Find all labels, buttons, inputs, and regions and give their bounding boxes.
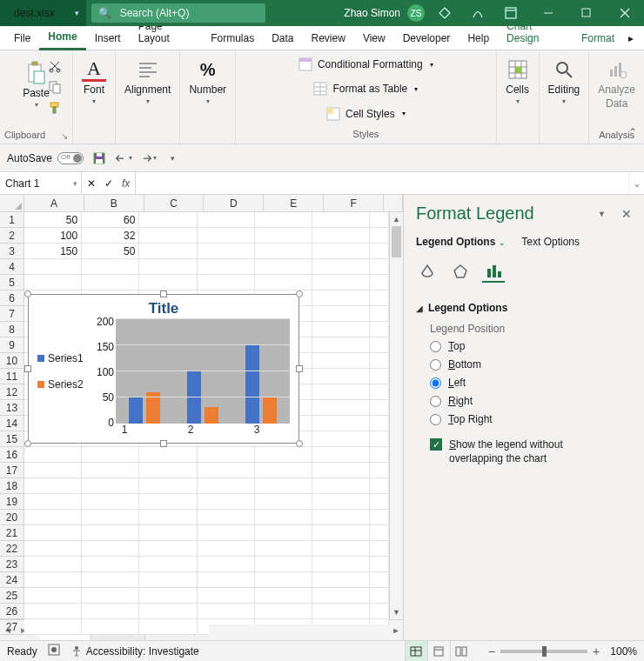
row-header[interactable]: 4	[0, 259, 23, 275]
chart-legend[interactable]: Series1Series2	[37, 319, 91, 424]
cell[interactable]	[370, 259, 389, 275]
cells-dropdown-icon[interactable]: ▾	[516, 97, 520, 105]
redo-button[interactable]: ▾	[139, 150, 157, 167]
cell[interactable]	[370, 416, 389, 431]
chart-handle-sw[interactable]	[24, 440, 31, 447]
cell[interactable]	[255, 541, 312, 557]
cell[interactable]	[312, 306, 370, 322]
autosave-control[interactable]: AutoSave Off	[7, 152, 84, 164]
cell[interactable]	[24, 463, 82, 478]
position-radio[interactable]: Bottom	[430, 358, 632, 371]
cell[interactable]	[139, 228, 197, 244]
chart-title[interactable]: Title	[29, 295, 299, 319]
bar[interactable]	[263, 397, 277, 424]
cell[interactable]	[82, 463, 139, 478]
page-layout-view-button[interactable]	[427, 641, 450, 662]
cell[interactable]	[139, 244, 197, 259]
row-header[interactable]: 21	[0, 525, 23, 541]
cell[interactable]	[139, 619, 197, 635]
cell[interactable]	[255, 494, 312, 510]
minimize-button[interactable]	[529, 0, 567, 26]
cell[interactable]	[139, 541, 197, 557]
cell[interactable]	[198, 244, 255, 259]
chart-handle-e[interactable]	[296, 365, 303, 372]
cell[interactable]	[255, 604, 312, 619]
cell[interactable]	[24, 604, 82, 619]
cell[interactable]	[82, 275, 139, 290]
cell[interactable]	[370, 525, 389, 541]
legend-options-icon[interactable]	[482, 260, 505, 283]
row-header[interactable]: 1	[0, 212, 23, 228]
name-box[interactable]: Chart 1 ▾	[0, 172, 82, 194]
bar-group[interactable]	[174, 319, 232, 424]
macro-record-icon[interactable]	[48, 644, 60, 658]
cell[interactable]	[312, 275, 370, 290]
section-collapse-icon[interactable]: ◢	[416, 304, 423, 313]
subtab-legend-options[interactable]: Legend Options⌄	[416, 236, 506, 248]
cell[interactable]	[312, 322, 370, 337]
cell[interactable]: 50	[24, 212, 82, 228]
cell[interactable]	[255, 275, 312, 290]
cell[interactable]	[139, 212, 197, 228]
tab-insert[interactable]: Insert	[86, 27, 130, 50]
cell[interactable]	[312, 478, 370, 494]
formula-input[interactable]	[136, 172, 628, 194]
cell[interactable]	[82, 478, 139, 494]
cell[interactable]	[370, 431, 389, 447]
cell[interactable]	[24, 588, 82, 604]
zoom-percent[interactable]: 100%	[610, 645, 637, 658]
cell[interactable]	[370, 478, 389, 494]
row-header[interactable]: 10	[0, 353, 23, 369]
cell[interactable]	[198, 212, 255, 228]
cell[interactable]	[198, 447, 255, 463]
cell[interactable]	[82, 541, 139, 557]
number-button[interactable]: % Number ▾	[187, 54, 228, 109]
cell[interactable]	[24, 447, 82, 463]
row-header[interactable]: 3	[0, 244, 23, 259]
bar[interactable]	[187, 371, 201, 424]
cell[interactable]	[312, 431, 370, 447]
row-header[interactable]: 27	[0, 619, 23, 635]
filename-box[interactable]: dest.xlsx ▾	[0, 0, 86, 26]
cell[interactable]	[24, 275, 82, 290]
cell[interactable]	[312, 510, 370, 525]
cell[interactable]	[255, 259, 312, 275]
cell[interactable]	[255, 510, 312, 525]
cell[interactable]	[255, 244, 312, 259]
cell[interactable]	[312, 494, 370, 510]
scroll-up-icon[interactable]: ▲	[390, 212, 403, 226]
cell[interactable]	[312, 572, 370, 588]
fx-icon[interactable]: fx	[122, 177, 130, 190]
row-header[interactable]: 18	[0, 478, 23, 494]
pane-options-dropdown-icon[interactable]: ▼	[598, 210, 606, 218]
cell[interactable]	[312, 463, 370, 478]
cell[interactable]	[255, 228, 312, 244]
ribbon-display-icon[interactable]	[498, 0, 524, 26]
cell[interactable]	[370, 275, 389, 290]
row-header[interactable]: 6	[0, 290, 23, 306]
clipboard-dialog-icon[interactable]: ↘	[61, 131, 68, 141]
cell[interactable]	[312, 244, 370, 259]
zoom-thumb[interactable]	[542, 646, 547, 657]
cell[interactable]: 50	[82, 244, 139, 259]
cell[interactable]: 32	[82, 228, 139, 244]
cell[interactable]	[370, 384, 389, 400]
cell[interactable]	[24, 494, 82, 510]
cell[interactable]	[370, 353, 389, 369]
cell[interactable]	[24, 541, 82, 557]
cell[interactable]	[312, 541, 370, 557]
row-header[interactable]: 7	[0, 306, 23, 322]
cell[interactable]	[312, 228, 370, 244]
cell[interactable]	[198, 463, 255, 478]
row-header[interactable]: 23	[0, 557, 23, 572]
filename-dropdown-icon[interactable]: ▾	[75, 0, 79, 26]
collapse-ribbon-icon[interactable]: ⌃	[628, 126, 637, 138]
pane-close-icon[interactable]: ✕	[621, 207, 632, 221]
row-header[interactable]: 8	[0, 322, 23, 337]
cell[interactable]	[312, 557, 370, 572]
accessibility-status[interactable]: Accessibility: Investigate	[70, 645, 199, 658]
cell[interactable]	[370, 588, 389, 604]
zoom-slider[interactable]	[500, 650, 587, 653]
cell[interactable]	[312, 525, 370, 541]
cell[interactable]	[198, 588, 255, 604]
